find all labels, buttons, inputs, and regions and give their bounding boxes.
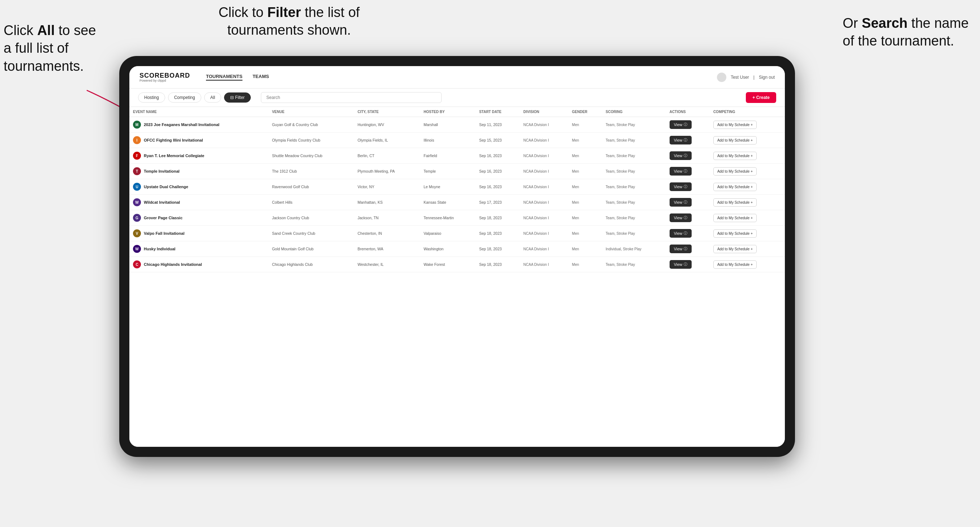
competing-cell: Add to My Schedule + xyxy=(710,133,785,148)
city-state-cell: Berlin, CT xyxy=(354,148,420,163)
hosted-by-cell: Wake Forest xyxy=(420,257,476,272)
scoring-cell: Team, Stroke Play xyxy=(602,117,666,133)
hosted-by-cell: Illinois xyxy=(420,133,476,148)
add-to-schedule-button[interactable]: Add to My Schedule + xyxy=(713,229,757,238)
event-name: Upstate Dual Challenge xyxy=(144,184,188,189)
view-button[interactable]: View ⓘ xyxy=(670,213,692,222)
scoring-cell: Team, Stroke Play xyxy=(602,226,666,241)
hosted-by-cell: Kansas State xyxy=(420,195,476,210)
add-to-schedule-button[interactable]: Add to My Schedule + xyxy=(713,245,757,253)
table-row: V Valpo Fall Invitational Sand Creek Cou… xyxy=(129,226,785,241)
event-name: Grover Page Classic xyxy=(144,216,183,220)
annotation-top-right: Or Search the name of the tournament. xyxy=(843,14,973,50)
city-state-cell: Victor, NY xyxy=(354,179,420,195)
add-to-schedule-button[interactable]: Add to My Schedule + xyxy=(713,152,757,160)
venue-cell: Olympia Fields Country Club xyxy=(269,133,354,148)
view-button[interactable]: View ⓘ xyxy=(670,260,692,269)
city-state-cell: Westchester, IL xyxy=(354,257,420,272)
col-city-state: CITY, STATE xyxy=(354,107,420,117)
scoring-cell: Team, Stroke Play xyxy=(602,257,666,272)
venue-cell: Shuttle Meadow Country Club xyxy=(269,148,354,163)
create-button[interactable]: + Create xyxy=(746,92,776,103)
view-button[interactable]: View ⓘ xyxy=(670,229,692,238)
table-row: W Husky Individual Gold Mountain Golf Cl… xyxy=(129,241,785,257)
filter-button[interactable]: ⊟ Filter xyxy=(224,92,251,103)
col-start-date: START DATE xyxy=(476,107,520,117)
user-label: Test User xyxy=(731,75,749,80)
add-to-schedule-button[interactable]: Add to My Schedule + xyxy=(713,198,757,206)
add-to-schedule-button[interactable]: Add to My Schedule + xyxy=(713,167,757,176)
view-button[interactable]: View ⓘ xyxy=(670,120,692,129)
view-button[interactable]: View ⓘ xyxy=(670,183,692,191)
add-to-schedule-button[interactable]: Add to My Schedule + xyxy=(713,260,757,269)
division-cell: NCAA Division I xyxy=(520,241,568,257)
col-actions: ACTIONS xyxy=(666,107,710,117)
division-cell: NCAA Division I xyxy=(520,195,568,210)
start-date-cell: Sep 18, 2023 xyxy=(476,241,520,257)
add-to-schedule-button[interactable]: Add to My Schedule + xyxy=(713,214,757,222)
filter-label: Filter xyxy=(235,95,245,100)
division-cell: NCAA Division I xyxy=(520,257,568,272)
gender-cell: Men xyxy=(568,117,602,133)
add-to-schedule-button[interactable]: Add to My Schedule + xyxy=(713,121,757,129)
gender-cell: Men xyxy=(568,148,602,163)
annotation-top-center: Click to Filter the list of tournaments … xyxy=(202,3,376,40)
venue-cell: Guyan Golf & Country Club xyxy=(269,117,354,133)
view-button[interactable]: View ⓘ xyxy=(670,167,692,176)
signout-link[interactable]: Sign out xyxy=(759,75,775,80)
col-event-name: EVENT NAME xyxy=(129,107,269,117)
actions-cell: View ⓘ xyxy=(666,210,710,226)
view-button[interactable]: View ⓘ xyxy=(670,136,692,144)
gender-cell: Men xyxy=(568,226,602,241)
division-cell: NCAA Division I xyxy=(520,117,568,133)
scoring-cell: Team, Stroke Play xyxy=(602,148,666,163)
view-button[interactable]: View ⓘ xyxy=(670,151,692,160)
all-button[interactable]: All xyxy=(204,92,221,103)
logo-subtitle: Powered by clippd xyxy=(140,79,190,83)
start-date-cell: Sep 17, 2023 xyxy=(476,195,520,210)
nav-tournaments[interactable]: TOURNAMENTS xyxy=(206,74,242,81)
city-state-cell: Plymouth Meeting, PA xyxy=(354,163,420,179)
start-date-cell: Sep 15, 2023 xyxy=(476,133,520,148)
start-date-cell: Sep 16, 2023 xyxy=(476,179,520,195)
tablet-screen: SCOREBOARD Powered by clippd TOURNAMENTS… xyxy=(129,66,785,447)
division-cell: NCAA Division I xyxy=(520,163,568,179)
start-date-cell: Sep 11, 2023 xyxy=(476,117,520,133)
venue-cell: Colbert Hills xyxy=(269,195,354,210)
division-cell: NCAA Division I xyxy=(520,148,568,163)
col-scoring: SCORING xyxy=(602,107,666,117)
actions-cell: View ⓘ xyxy=(666,226,710,241)
search-box xyxy=(261,92,442,103)
table-row: F Ryan T. Lee Memorial Collegiate Shuttl… xyxy=(129,148,785,163)
competing-button[interactable]: Competing xyxy=(168,92,201,103)
logo-title: SCOREBOARD xyxy=(140,72,190,79)
view-button[interactable]: View ⓘ xyxy=(670,198,692,206)
hosted-by-cell: Le Moyne xyxy=(420,179,476,195)
competing-cell: Add to My Schedule + xyxy=(710,241,785,257)
search-input[interactable] xyxy=(261,92,442,103)
actions-cell: View ⓘ xyxy=(666,117,710,133)
table-header: EVENT NAME VENUE CITY, STATE HOSTED BY S… xyxy=(129,107,785,117)
table-row: U Upstate Dual Challenge Ravenwood Golf … xyxy=(129,179,785,195)
hosted-by-cell: Marshall xyxy=(420,117,476,133)
add-to-schedule-button[interactable]: Add to My Schedule + xyxy=(713,136,757,144)
event-name: Valpo Fall Invitational xyxy=(144,231,184,235)
col-gender: GENDER xyxy=(568,107,602,117)
venue-cell: Chicago Highlands Club xyxy=(269,257,354,272)
col-division: DIVISION xyxy=(520,107,568,117)
nav-teams[interactable]: TEAMS xyxy=(253,74,269,81)
city-state-cell: Chesterton, IN xyxy=(354,226,420,241)
city-state-cell: Olympia Fields, IL xyxy=(354,133,420,148)
hosting-button[interactable]: Hosting xyxy=(138,92,165,103)
start-date-cell: Sep 18, 2023 xyxy=(476,226,520,241)
user-avatar xyxy=(717,73,726,82)
division-cell: NCAA Division I xyxy=(520,226,568,241)
actions-cell: View ⓘ xyxy=(666,195,710,210)
nav-right: Test User | Sign out xyxy=(717,73,775,82)
division-cell: NCAA Division I xyxy=(520,179,568,195)
hosted-by-cell: Valparaiso xyxy=(420,226,476,241)
add-to-schedule-button[interactable]: Add to My Schedule + xyxy=(713,183,757,191)
view-button[interactable]: View ⓘ xyxy=(670,244,692,253)
hosted-by-cell: Tennessee-Martin xyxy=(420,210,476,226)
table-row: C Chicago Highlands Invitational Chicago… xyxy=(129,257,785,272)
